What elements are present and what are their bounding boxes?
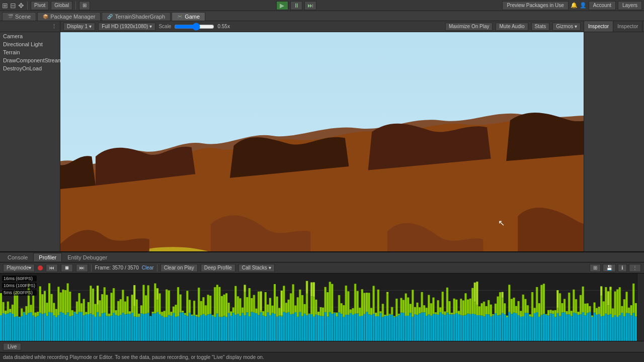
pause-button[interactable]: ⏸ bbox=[290, 1, 302, 10]
mute-audio-button[interactable]: Mute Audio bbox=[496, 23, 528, 31]
global-button[interactable]: Global bbox=[51, 1, 72, 10]
toolbar-hand-icon: ✥ bbox=[18, 2, 24, 10]
extra-tool-button[interactable]: ⊞ bbox=[79, 1, 90, 10]
fps-label-200: 5ms (200FPS) bbox=[2, 290, 37, 296]
scale-label: Scale bbox=[158, 24, 171, 29]
toolbar-grid-icon: ⊞ bbox=[2, 2, 8, 10]
stop-button[interactable]: ⏹ bbox=[61, 264, 73, 272]
deep-profile-button[interactable]: Deep Profile bbox=[201, 264, 235, 272]
tab-package-label: Package Manager bbox=[50, 14, 95, 20]
profiler-area: Console Profiler Entity Debugger Playmod… bbox=[0, 251, 644, 362]
game-tab-icon: 🎮 bbox=[177, 14, 183, 19]
separator-2 bbox=[75, 2, 76, 10]
profiler-toolbar: Playmode ▾ ⏮ ⏹ ⏭ Frame: 3570 / 3570 Clea… bbox=[0, 262, 644, 274]
gizmos-button[interactable]: Gizmos ▾ bbox=[552, 23, 581, 31]
tab-scene-label: Scene bbox=[15, 14, 31, 20]
entity-debugger-tab[interactable]: Entity Debugger bbox=[62, 253, 113, 262]
info-icon[interactable]: ℹ bbox=[618, 264, 627, 272]
inspector-tab-1[interactable]: Inspector bbox=[584, 21, 613, 32]
play-button[interactable]: ▶ bbox=[276, 1, 288, 10]
tab-terrain-label: TerrainShaderGraph bbox=[115, 14, 165, 20]
prof-sep-2 bbox=[157, 264, 157, 272]
game-view-right: Maximize On Play Mute Audio Stats Gizmos… bbox=[445, 23, 581, 31]
profiler-scrollbar[interactable] bbox=[637, 274, 644, 341]
fps-label-100: 10ms (100FPS) bbox=[2, 283, 37, 289]
clear-button[interactable]: Clear bbox=[142, 265, 154, 270]
preview-packages-button[interactable]: Preview Packages in Use bbox=[502, 1, 568, 10]
more-options[interactable]: ⋮ bbox=[629, 264, 641, 272]
tab-bar: 🎬 Scene 📦 Package Manager 🔗 TerrainShade… bbox=[0, 11, 644, 21]
scale-value: 0.55x bbox=[217, 24, 229, 29]
hierarchy-item-camera[interactable]: Camera bbox=[0, 32, 60, 40]
scene-tab-icon: 🎬 bbox=[8, 14, 13, 19]
display-label: Display 1 bbox=[67, 24, 88, 29]
hierarchy-menu-icon[interactable]: ⋮ bbox=[51, 23, 57, 30]
clear-on-play-button[interactable]: Clear on Play bbox=[160, 264, 198, 272]
toolbar-icon-1: 🔔 bbox=[571, 2, 578, 9]
step-button[interactable]: ⏭ bbox=[304, 1, 316, 10]
playmode-dropdown[interactable]: Playmode ▾ bbox=[3, 264, 35, 272]
stats-button[interactable]: Stats bbox=[531, 23, 550, 31]
record-indicator bbox=[38, 265, 43, 270]
game-view-bar: Display 1 ▾ Full HD (1920x1080) ▾ Scale … bbox=[60, 21, 584, 32]
terrain-tab-icon: 🔗 bbox=[107, 14, 113, 19]
frame-info: Frame: 3570 / 3570 bbox=[95, 265, 138, 270]
tab-game[interactable]: 🎮 Game bbox=[172, 12, 205, 21]
toolbar-grid2-icon: ⊟ bbox=[10, 2, 16, 10]
call-stacks-dropdown[interactable]: Call Stacks ▾ bbox=[238, 264, 275, 272]
top-toolbar: ⊞ ⊟ ✥ Pivot Global ⊞ ▶ ⏸ ⏭ Preview Packa… bbox=[0, 0, 644, 11]
layers-button[interactable]: Layers bbox=[618, 1, 642, 10]
maximize-on-play-button[interactable]: Maximize On Play bbox=[445, 23, 493, 31]
tab-scene[interactable]: 🎬 Scene bbox=[2, 12, 36, 21]
hierarchy-item-light[interactable]: Directional Light bbox=[0, 40, 60, 48]
next-frame-button[interactable]: ⏭ bbox=[76, 264, 88, 272]
playmode-label: Playmode bbox=[7, 265, 29, 270]
toolbar-icon-2: 👤 bbox=[580, 2, 587, 9]
profiler-graph[interactable]: 16ms (60FPS) 10ms (100FPS) 5ms (200FPS) bbox=[0, 274, 644, 341]
display-dropdown[interactable]: Display 1 ▾ bbox=[63, 23, 95, 31]
profiler-fps-labels: 16ms (60FPS) 10ms (100FPS) 5ms (200FPS) bbox=[0, 274, 39, 298]
pivot-button[interactable]: Pivot bbox=[31, 1, 49, 10]
tab-package-manager[interactable]: 📦 Package Manager bbox=[37, 12, 101, 21]
profiler-right-icons: ⊞ 💾 ℹ ⋮ bbox=[590, 264, 641, 272]
profiler-canvas bbox=[0, 274, 644, 341]
prof-sep-1 bbox=[91, 264, 92, 272]
profiler-tab[interactable]: Profiler bbox=[33, 253, 62, 261]
tab-game-label: Game bbox=[185, 14, 200, 20]
fps-label-60: 16ms (60FPS) bbox=[2, 276, 37, 282]
package-tab-icon: 📦 bbox=[43, 14, 48, 19]
hierarchy-item-stream[interactable]: DrawComponentStream bbox=[0, 56, 60, 64]
toolbar-right: Preview Packages in Use 🔔 👤 Account Laye… bbox=[502, 1, 642, 10]
console-tab[interactable]: Console bbox=[2, 253, 33, 262]
separator-1 bbox=[27, 2, 28, 10]
live-button[interactable]: Live bbox=[3, 343, 21, 350]
status-msg-1: data disabled while recording Playmode o… bbox=[3, 354, 264, 360]
tab-terrain-shader[interactable]: 🔗 TerrainShaderGraph bbox=[102, 12, 171, 21]
bottom-tabs: Console Profiler Entity Debugger bbox=[0, 252, 644, 262]
inspector-tabs: Inspector Inspector bbox=[584, 21, 644, 32]
profiler-footer: Live bbox=[0, 341, 644, 352]
prev-frame-button[interactable]: ⏮ bbox=[46, 264, 58, 272]
account-button[interactable]: Account bbox=[589, 1, 616, 10]
resolution-dropdown[interactable]: Full HD (1920x1080) ▾ bbox=[98, 23, 155, 31]
hierarchy-item-destroy[interactable]: DestroyOnLoad bbox=[0, 64, 60, 72]
attach-icon[interactable]: ⊞ bbox=[590, 264, 601, 272]
hierarchy-header: ⋮ bbox=[0, 21, 60, 32]
toolbar-center: ▶ ⏸ ⏭ bbox=[92, 1, 500, 10]
save-icon[interactable]: 💾 bbox=[603, 264, 616, 272]
status-bar: data disabled while recording Playmode o… bbox=[0, 352, 644, 362]
inspector-tab-2[interactable]: Inspector bbox=[613, 21, 642, 32]
hierarchy-item-terrain[interactable]: Terrain bbox=[0, 48, 60, 56]
scale-slider[interactable] bbox=[174, 25, 214, 29]
resolution-label: Full HD (1920x1080) bbox=[102, 24, 148, 29]
